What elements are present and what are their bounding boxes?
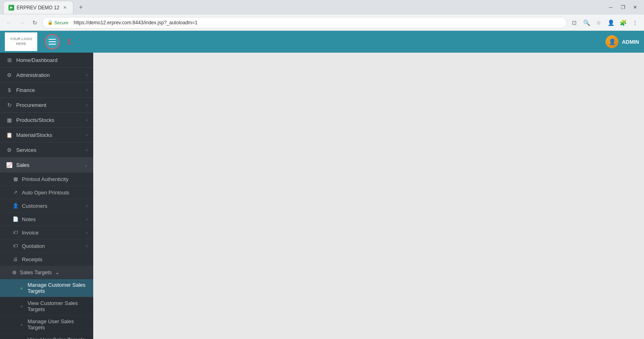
sidebar-item-administration-label: Administration (16, 72, 83, 78)
services-icon: ⚙ (6, 146, 13, 154)
quotation-chevron: ‹ (86, 244, 88, 248)
sidebar-item-home-label: Home/Dashboard (16, 57, 88, 63)
secure-badge: 🔒 Secure (47, 20, 71, 25)
finance-chevron: ‹ (86, 88, 88, 92)
material-chevron: ‹ (86, 133, 88, 137)
bookmark-button[interactable]: ☆ (593, 17, 604, 28)
sidebar-item-auto-open[interactable]: ↗ Auto Open Printouts (0, 186, 93, 199)
invoice-icon: 🏷 (12, 229, 19, 236)
sidebar-item-receipts[interactable]: 🖨 Receipts (0, 253, 93, 266)
window-controls: ─ ❐ ✕ (605, 2, 641, 13)
profile-button[interactable]: 👤 (605, 17, 616, 28)
browser-chrome: ▶ ERPREV DEMO 12 ✕ + ─ ❐ ✕ ← → ↻ 🔒 Secur… (0, 0, 644, 31)
sidebar-item-home[interactable]: ⊞ Home/Dashboard (0, 53, 93, 68)
quotation-icon: 🏷 (12, 243, 19, 249)
sidebar-item-procurement[interactable]: ↻ Procurement ‹ (0, 98, 93, 113)
quotation-wrapper: 🏷 Quotation ‹ 3 (0, 239, 93, 253)
sidebar-item-procurement-label: Procurement (16, 102, 83, 108)
view-user-targets-icon: ○ (19, 337, 24, 339)
back-button[interactable]: ← (3, 17, 15, 28)
hamburger-button[interactable] (45, 34, 60, 49)
procurement-icon: ↻ (6, 101, 13, 109)
sidebar: ⊞ Home/Dashboard ⚙ Administration ‹ $ Fi… (0, 53, 93, 339)
url-text: https://demo12.erprev.com:8443/index.jsp… (74, 20, 562, 26)
menu-button[interactable]: ⋮ (629, 17, 641, 28)
notes-chevron: ‹ (86, 217, 88, 222)
sidebar-item-invoice-label: Invoice (22, 230, 83, 236)
reload-button[interactable]: ↻ (29, 17, 41, 28)
sidebar-item-view-user-targets-label: View User Sales Targets (28, 337, 85, 339)
user-area: 👤 ADMIN (605, 35, 639, 48)
view-customer-targets-icon: ○ (19, 303, 24, 309)
sidebar-item-sales[interactable]: 📈 Sales ⌄ 2 (0, 158, 93, 173)
sidebar-item-material[interactable]: 📋 Material/Stocks ‹ (0, 128, 93, 143)
manage-customer-targets-icon: ● (19, 285, 24, 291)
sidebar-item-view-customer-targets-label: View Customer Sales Targets (28, 300, 88, 312)
browser-tab[interactable]: ▶ ERPREV DEMO 12 ✕ (3, 1, 73, 14)
material-icon: 📋 (6, 131, 13, 139)
hamburger-icon (49, 39, 56, 45)
sidebar-item-customers[interactable]: 👤 Customers ‹ (0, 199, 93, 213)
extensions-button[interactable]: 🧩 (617, 17, 629, 28)
sidebar-item-finance[interactable]: $ Finance ‹ (0, 83, 93, 98)
cast-button[interactable]: ⊡ (569, 17, 580, 28)
sales-targets-chevron: ⌄ (55, 269, 60, 275)
lock-icon: 🔒 (47, 20, 53, 25)
maximize-button[interactable]: ❐ (617, 2, 629, 13)
sidebar-item-quotation[interactable]: 🏷 Quotation ‹ 3 (0, 239, 93, 253)
sales-section-wrapper: 📈 Sales ⌄ 2 (0, 158, 93, 173)
services-chevron: ‹ (86, 148, 88, 152)
finance-icon: $ (6, 86, 13, 94)
sidebar-item-view-user-targets[interactable]: ○ View User Sales Targets (0, 334, 93, 339)
tab-title: ERPREV DEMO 12 (17, 5, 59, 11)
sidebar-item-sales-targets[interactable]: ⊛ Sales Targets ⌄ (0, 266, 93, 279)
forward-button[interactable]: → (16, 17, 28, 28)
products-icon: ▦ (6, 116, 13, 124)
sidebar-item-notes[interactable]: 📄 Notes ‹ (0, 213, 93, 226)
sidebar-item-products-label: Products/Stocks (16, 117, 83, 123)
user-avatar: 👤 (605, 35, 618, 48)
address-bar[interactable]: 🔒 Secure https://demo12.erprev.com:8443/… (42, 17, 567, 28)
sidebar-item-notes-label: Notes (22, 216, 83, 222)
sidebar-item-products[interactable]: ▦ Products/Stocks ‹ (0, 113, 93, 128)
sidebar-item-manage-customer-targets[interactable]: ● Manage Customer Sales Targets 4 (0, 279, 93, 297)
sidebar-item-manage-user-targets[interactable]: ○ Manage User Sales Targets (0, 316, 93, 334)
sidebar-item-manage-customer-targets-label: Manage Customer Sales Targets (28, 282, 88, 294)
auto-open-icon: ↗ (12, 189, 19, 196)
notes-icon: 📄 (12, 216, 19, 222)
annotation-1: 1 (67, 38, 71, 46)
main-content (93, 53, 644, 339)
tab-bar: ▶ ERPREV DEMO 12 ✕ + ─ ❐ ✕ (0, 0, 644, 15)
sidebar-item-printout[interactable]: ▦ Printout Authenticity (0, 173, 93, 186)
logo: YOUR LOGO HERE (5, 32, 37, 51)
sidebar-item-finance-label: Finance (16, 87, 83, 93)
tab-close-button[interactable]: ✕ (62, 4, 68, 11)
app-wrapper: YOUR LOGO HERE 1 👤 ADMIN ⊞ Home/Dashboar… (0, 31, 644, 339)
administration-chevron: ‹ (86, 73, 88, 77)
zoom-button[interactable]: 🔍 (581, 17, 592, 28)
sidebar-item-material-label: Material/Stocks (16, 132, 83, 138)
administration-icon: ⚙ (6, 71, 13, 79)
invoice-chevron: ‹ (86, 230, 88, 235)
close-button[interactable]: ✕ (629, 2, 641, 13)
sidebar-item-invoice[interactable]: 🏷 Invoice ‹ (0, 226, 93, 239)
sales-chevron: ⌄ (84, 163, 88, 167)
new-tab-button[interactable]: + (75, 2, 86, 13)
minimize-button[interactable]: ─ (605, 2, 616, 13)
tab-favicon: ▶ (9, 5, 14, 11)
browser-actions: ⊡ 🔍 ☆ 👤 🧩 ⋮ (569, 17, 641, 28)
sidebar-item-quotation-label: Quotation (22, 243, 83, 249)
sidebar-item-view-customer-targets[interactable]: ○ View Customer Sales Targets (0, 297, 93, 316)
manage-user-targets-icon: ○ (19, 322, 24, 327)
sidebar-item-sales-targets-label: Sales Targets (20, 269, 52, 275)
sidebar-item-administration[interactable]: ⚙ Administration ‹ (0, 68, 93, 83)
procurement-chevron: ‹ (86, 103, 88, 107)
sidebar-item-printout-label: Printout Authenticity (22, 176, 88, 182)
sales-icon: 📈 (6, 161, 13, 168)
products-chevron: ‹ (86, 118, 88, 122)
sidebar-item-services[interactable]: ⚙ Services ‹ (0, 143, 93, 158)
body-layout: ⊞ Home/Dashboard ⚙ Administration ‹ $ Fi… (0, 53, 644, 339)
sidebar-item-services-label: Services (16, 147, 83, 153)
printout-icon: ▦ (12, 176, 19, 182)
customers-chevron: ‹ (86, 204, 88, 208)
